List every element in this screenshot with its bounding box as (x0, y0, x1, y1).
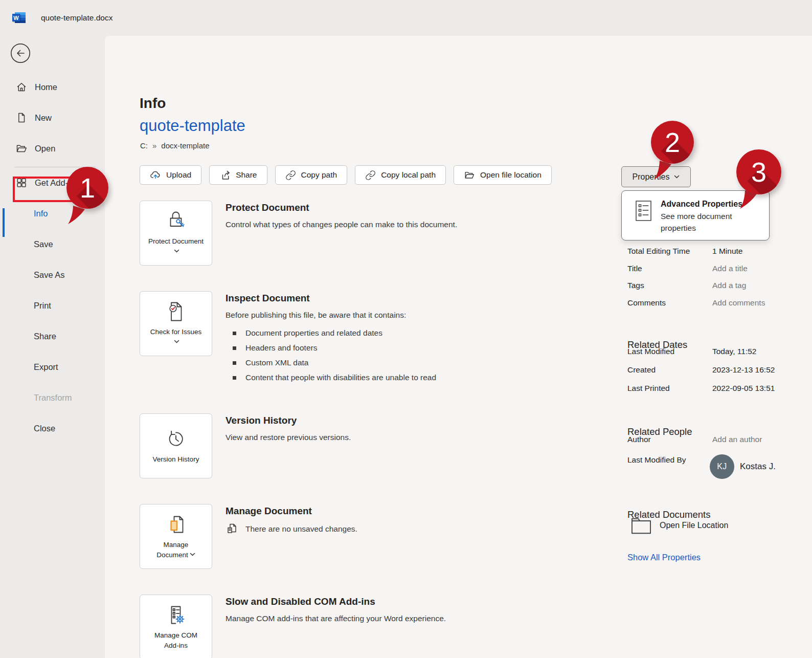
add-title-field[interactable]: Add a title (712, 264, 748, 273)
property-label: Title (627, 264, 712, 273)
section-description: Before publishing this file, be aware th… (225, 310, 436, 321)
document-filename: quote-template.docx (41, 13, 112, 23)
sidebar-item-transform: Transform (0, 385, 105, 410)
com-add-ins-gear-icon (164, 603, 188, 627)
add-author-field[interactable]: Add an author (712, 435, 762, 444)
link-icon (285, 170, 296, 181)
property-label: Comments (627, 298, 712, 308)
callout-1: 1 (66, 167, 108, 209)
manage-document-dropdown-button[interactable]: Manage Document (140, 504, 212, 569)
sidebar-item-label: Export (34, 362, 58, 372)
sidebar-item-home[interactable]: Home (0, 75, 105, 99)
check-for-issues-dropdown-button[interactable]: Check for Issues (140, 291, 212, 356)
open-file-location-button[interactable]: Open file location (454, 165, 552, 185)
advanced-properties-subtitle: See more document properties (661, 210, 753, 234)
open-folder-icon (464, 169, 475, 181)
property-row-title: Title Add a title (627, 264, 812, 273)
sidebar-item-label: Close (34, 424, 55, 433)
card-label: Version History (147, 454, 205, 465)
breadcrumb-folder: docx-template (161, 141, 209, 150)
version-history-button[interactable]: Version History (140, 413, 212, 478)
share-button[interactable]: Share (209, 165, 267, 185)
file-actions-toolbar: Upload Share Copy path Copy local path (140, 165, 552, 185)
version-history-icon (164, 427, 188, 451)
page-title: Info (140, 95, 166, 112)
inspect-finding-item: Content that people with disabilities ar… (233, 373, 436, 382)
property-row-last-modified: Last Modified Today, 11:52 (627, 347, 812, 356)
manage-document-icon (164, 513, 188, 536)
sidebar-item-share[interactable]: Share (0, 324, 105, 348)
callout-3: 3 (736, 149, 781, 194)
avatar[interactable]: KJ (710, 454, 734, 479)
section-text: Protect Document Control what types of c… (225, 201, 457, 266)
section-text: Inspect Document Before publishing this … (225, 291, 436, 388)
sidebar-item-label: Print (34, 301, 51, 311)
link-icon (365, 170, 376, 181)
section-title: Manage Document (225, 506, 357, 517)
chevron-down-icon (174, 249, 179, 253)
property-row-author: Author Add an author (627, 435, 812, 444)
upload-button[interactable]: Upload (140, 165, 201, 185)
share-icon (219, 169, 231, 181)
sidebar-item-label: New (35, 113, 52, 123)
inspect-findings-list: Document properties and related dates He… (225, 328, 436, 382)
chevron-down-icon (190, 553, 195, 556)
section-com-add-ins: Manage COM Add-ins Slow and Disabled COM… (140, 595, 590, 658)
property-label: Total Editing Time (627, 247, 712, 256)
property-label: Last Modified By (627, 455, 712, 465)
add-comments-field[interactable]: Add comments (712, 298, 765, 308)
callout-number: 2 (651, 121, 694, 164)
document-title: quote-template (140, 117, 245, 135)
sidebar-item-label: Transform (34, 393, 72, 403)
open-file-location-link[interactable]: Open File Location (629, 516, 728, 535)
copy-path-button[interactable]: Copy path (275, 165, 348, 185)
callout-number: 3 (736, 149, 781, 194)
protect-document-dropdown-button[interactable]: Protect Document (140, 201, 212, 266)
breadcrumb-separator-icon: » (152, 141, 156, 150)
sidebar-item-label: Info (34, 209, 48, 218)
button-label: Share (236, 170, 257, 180)
sidebar-item-save[interactable]: Save (0, 232, 105, 256)
sidebar-item-print[interactable]: Print (0, 293, 105, 318)
card-label: Check for Issues (147, 327, 205, 348)
sidebar-item-close[interactable]: Close (0, 416, 105, 441)
section-text: Version History View and restore previou… (225, 413, 351, 478)
callout-2: 2 (651, 121, 694, 164)
document-properties-list-icon (634, 200, 653, 222)
card-label: Protect Document (147, 236, 205, 257)
section-manage-document: Manage Document Manage Document There ar… (140, 504, 590, 569)
section-description: Manage COM add-ins that are affecting yo… (225, 613, 446, 624)
square-bullet-icon (233, 332, 236, 335)
upload-cloud-icon (150, 169, 161, 181)
show-all-properties-link[interactable]: Show All Properties (627, 553, 701, 562)
section-inspect-document: Check for Issues Inspect Document Before… (140, 291, 590, 388)
inspect-finding-item: Headers and footers (233, 343, 436, 353)
sidebar-item-label: Share (34, 332, 56, 341)
property-label: Author (627, 435, 712, 444)
active-item-accent-bar (3, 208, 5, 237)
sidebar-item-save-as[interactable]: Save As (0, 262, 105, 287)
property-label: Tags (627, 281, 712, 290)
property-row-tags: Tags Add a tag (627, 281, 812, 290)
property-row-last-printed: Last Printed 2022-09-05 13:51 (627, 384, 812, 393)
add-tag-field[interactable]: Add a tag (712, 281, 746, 290)
property-value: 1 Minute (712, 247, 742, 256)
home-icon (15, 81, 28, 93)
info-sections: Protect Document Protect Document Contro… (140, 201, 590, 658)
breadcrumb-drive: C: (140, 141, 148, 150)
sidebar-item-open[interactable]: Open (0, 136, 105, 161)
square-bullet-icon (233, 346, 236, 350)
section-title: Version History (225, 415, 351, 426)
sidebar-item-export[interactable]: Export (0, 355, 105, 379)
manage-com-add-ins-button[interactable]: Manage COM Add-ins (140, 595, 212, 658)
back-button[interactable] (10, 43, 31, 63)
section-text: Manage Document There are no unsaved cha… (225, 504, 357, 569)
section-description: There are no unsaved changes. (245, 523, 357, 535)
info-highlight-annotation (13, 177, 74, 202)
folder-icon (629, 516, 653, 535)
copy-local-path-button[interactable]: Copy local path (355, 165, 446, 185)
sidebar-item-label: Save (34, 239, 53, 249)
callout-number: 1 (66, 167, 108, 209)
sidebar-item-new[interactable]: New (0, 105, 105, 130)
section-title: Slow and Disabled COM Add-ins (225, 596, 446, 607)
